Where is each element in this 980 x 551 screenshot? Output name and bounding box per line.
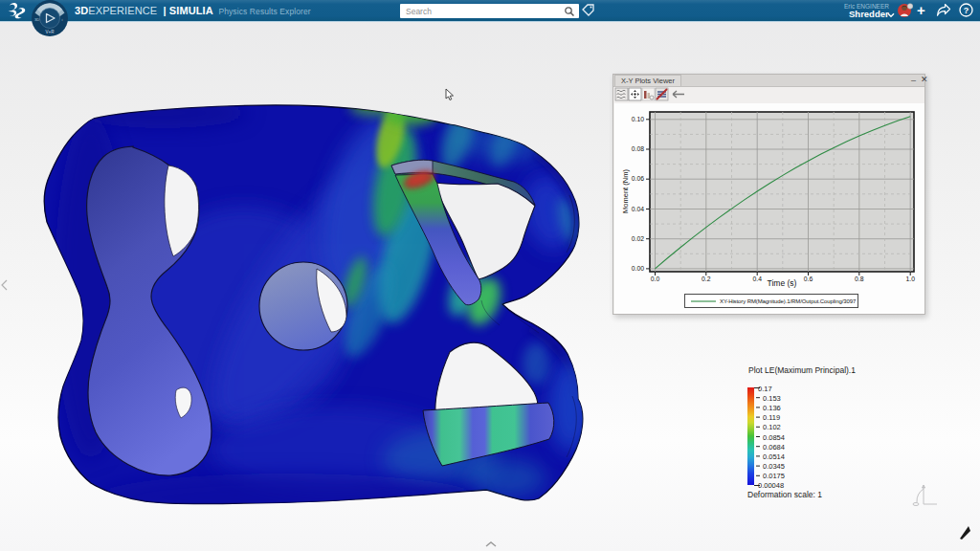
svg-text:3D: 3D [34,17,39,22]
svg-text:i: i [62,17,63,22]
svg-text:V+R: V+R [46,30,56,34]
svg-text:0.02: 0.02 [632,235,644,242]
svg-text:0.06: 0.06 [632,175,644,182]
svg-text:0.4: 0.4 [752,276,762,282]
svg-text:Moment (Nm): Moment (Nm) [621,169,630,213]
svg-text:0.00: 0.00 [632,265,644,272]
svg-text:0.0: 0.0 [651,276,660,282]
svg-text:0.8: 0.8 [855,276,864,282]
svg-text:Time (s): Time (s) [768,278,797,288]
svg-text:0.6: 0.6 [804,276,813,282]
svg-text:0.08: 0.08 [632,145,644,152]
svg-text:1.0: 1.0 [905,276,915,282]
svg-text:?: ? [964,6,969,15]
svg-text:0.04: 0.04 [632,206,644,212]
svg-text:0.2: 0.2 [702,276,711,282]
svg-text:0.10: 0.10 [632,116,644,122]
